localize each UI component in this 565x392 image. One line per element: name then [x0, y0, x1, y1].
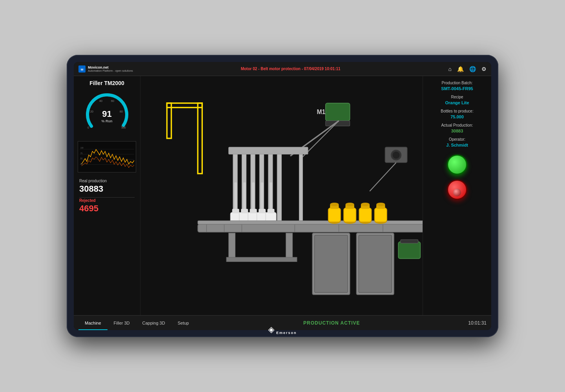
- gear-icon[interactable]: ⚙: [481, 66, 487, 72]
- machine-area: M1: [140, 76, 423, 315]
- svg-rect-16: [167, 103, 171, 138]
- gauge-container: 0 20 40 60 80 100 91 % Run: [84, 91, 131, 138]
- real-production-label: Real production: [79, 179, 135, 183]
- rejected-label: Rejected: [79, 198, 135, 203]
- actual-production-label: Actual Production:: [427, 123, 487, 127]
- svg-point-88: [393, 152, 400, 159]
- filler-title: Filler TM2000: [78, 80, 136, 86]
- svg-rect-77: [315, 235, 348, 292]
- gauge-value: 91 % Run: [102, 109, 113, 123]
- svg-rect-73: [375, 208, 387, 222]
- svg-rect-20: [326, 103, 350, 121]
- svg-text:75: 75: [80, 152, 83, 154]
- logo-subtitle: Automation Platform - open solutions: [88, 69, 133, 72]
- svg-point-71: [361, 203, 370, 206]
- mini-chart: 100 75 50 25: [78, 141, 136, 172]
- operator-value: J. Schmidt: [427, 143, 487, 147]
- svg-line-89: [370, 163, 396, 191]
- screen: M Movicon.net Automation Platform - open…: [74, 62, 491, 330]
- svg-rect-35: [261, 182, 264, 209]
- tab-setup[interactable]: Setup: [171, 316, 195, 330]
- start-button[interactable]: [447, 154, 467, 175]
- rejected-value: 4695: [79, 203, 135, 214]
- svg-text:M1: M1: [317, 109, 325, 115]
- production-batch-block: Production Batch: SMT-0045-FR95: [427, 81, 487, 91]
- svg-text:60: 60: [111, 100, 114, 102]
- control-buttons: [447, 154, 467, 200]
- alarm-message: Motor 02 - Belt motor protection - 07/04…: [133, 67, 448, 71]
- clock-display: 10:01:31: [468, 320, 487, 326]
- svg-rect-33: [243, 182, 246, 209]
- operator-block: Operator: J. Schmidt: [427, 137, 487, 147]
- svg-rect-18: [198, 103, 202, 174]
- main-content: Filler TM2000 0 20 40 60 80 100: [74, 76, 491, 315]
- operator-label: Operator:: [427, 137, 487, 142]
- svg-rect-32: [234, 182, 237, 209]
- svg-rect-80: [229, 233, 235, 259]
- svg-text:20: 20: [90, 110, 93, 113]
- header-bar: M Movicon.net Automation Platform - open…: [74, 62, 491, 76]
- recipe-label: Recipe: [427, 95, 487, 99]
- svg-point-75: [376, 203, 385, 206]
- svg-rect-81: [286, 233, 293, 259]
- chart-svg: 100 75 50 25: [80, 143, 134, 171]
- movicon-logo-icon: M: [78, 65, 86, 73]
- svg-rect-17: [167, 103, 202, 107]
- bottles-block: Bottles to produce: 75.000: [427, 109, 487, 119]
- svg-rect-36: [270, 182, 272, 209]
- svg-rect-31: [299, 154, 303, 225]
- svg-rect-61: [328, 208, 341, 222]
- svg-text:100: 100: [80, 147, 84, 149]
- svg-text:50: 50: [80, 158, 83, 160]
- svg-rect-42: [241, 209, 248, 213]
- svg-rect-85: [401, 240, 418, 243]
- globe-icon[interactable]: 🌐: [469, 66, 476, 72]
- real-production-value: 30883: [79, 184, 135, 194]
- recipe-block: Recipe Orange Lite: [427, 95, 487, 105]
- gauge-label: % Run: [102, 119, 113, 123]
- svg-rect-79: [359, 235, 392, 292]
- bottles-value: 75.000: [427, 114, 487, 119]
- svg-text:0: 0: [87, 126, 89, 129]
- svg-rect-24: [229, 147, 308, 154]
- header-icons: ⌂ 🔔 🌐 ⚙: [448, 66, 487, 72]
- bottles-label: Bottles to produce:: [427, 109, 487, 113]
- gauge-number: 91: [102, 109, 111, 119]
- tab-machine[interactable]: Machine: [78, 316, 108, 330]
- svg-rect-39: [232, 209, 239, 213]
- svg-text:M: M: [81, 68, 84, 71]
- production-batch-label: Production Batch:: [427, 81, 487, 85]
- device-frame: M Movicon.net Automation Platform - open…: [67, 55, 498, 337]
- svg-rect-51: [268, 209, 275, 213]
- svg-rect-59: [198, 221, 423, 224]
- svg-rect-30: [277, 154, 281, 225]
- right-panel: Production Batch: SMT-0045-FR95 Recipe O…: [423, 76, 491, 315]
- tab-filler-3d[interactable]: Filler 3D: [108, 316, 136, 330]
- left-panel: Filler TM2000 0 20 40 60 80 100: [74, 76, 140, 315]
- divider: [79, 197, 135, 198]
- svg-text:100: 100: [121, 126, 126, 129]
- actual-production-block: Actual Production: 30883: [427, 123, 487, 133]
- production-stats: Real production 30883 Rejected 4695: [78, 176, 136, 217]
- svg-rect-34: [252, 182, 255, 209]
- svg-rect-48: [259, 209, 266, 213]
- logo-title: Movicon.net: [88, 65, 133, 69]
- machine-svg: M1: [140, 76, 423, 315]
- svg-rect-65: [344, 208, 356, 222]
- tab-capping-3d[interactable]: Capping 3D: [136, 316, 171, 330]
- recipe-value: Orange Lite: [427, 100, 487, 105]
- svg-rect-69: [359, 208, 371, 222]
- home-icon[interactable]: ⌂: [448, 66, 452, 72]
- svg-text:40: 40: [99, 100, 102, 102]
- svg-rect-82: [226, 257, 297, 261]
- emerson-logo: Emerson: [268, 327, 297, 335]
- svg-rect-45: [250, 209, 257, 213]
- stop-button[interactable]: [447, 180, 467, 200]
- bell-icon[interactable]: 🔔: [457, 66, 464, 72]
- svg-rect-52: [198, 224, 423, 232]
- production-batch-value: SMT-0045-FR95: [427, 86, 487, 91]
- svg-point-67: [345, 203, 354, 206]
- svg-text:25: 25: [80, 163, 83, 165]
- logo-area: M Movicon.net Automation Platform - open…: [78, 65, 133, 73]
- production-status: PRODUCTION ACTIVE: [195, 320, 468, 326]
